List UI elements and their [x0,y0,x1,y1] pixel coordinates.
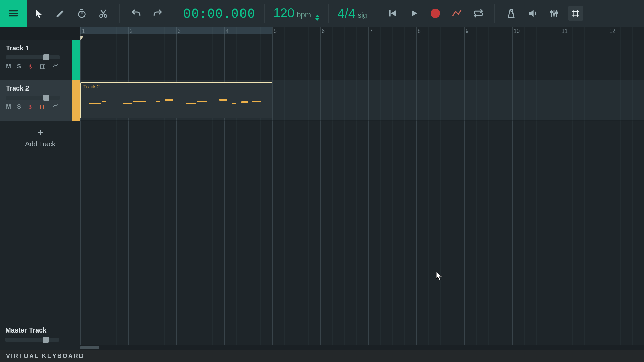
midi-clip[interactable]: Track 2 [80,82,272,118]
track-lane-2[interactable]: Track 2 [80,80,644,121]
mute-button[interactable]: M [6,103,11,110]
arrange-area[interactable]: 123456789101112 Track 2 [80,27,644,350]
playhead-marker[interactable] [80,36,83,40]
bpm-spinner[interactable] [315,15,320,21]
track-lane-1[interactable] [80,40,644,80]
slider-thumb[interactable] [43,54,49,60]
toolbar-separator [328,4,329,23]
master-volume-slider[interactable] [5,338,59,342]
toolbar-separator [494,4,495,23]
svg-rect-16 [553,14,555,15]
virtual-keyboard-label: VIRTUAL KEYBOARD [6,353,85,360]
automation-lane-button[interactable] [52,103,59,111]
plus-icon: + [37,127,44,138]
record-arm-button[interactable] [27,104,33,110]
mute-button[interactable]: M [6,63,11,70]
svg-rect-22 [30,64,31,67]
master-track-name: Master Track [5,326,75,334]
loop-button[interactable] [471,6,486,21]
record-arm-button[interactable] [27,64,33,70]
track-color-strip [72,40,80,80]
svg-rect-17 [556,12,557,13]
piano-roll-button[interactable] [39,104,46,110]
track-lanes[interactable]: Track 2 [80,40,644,350]
slider-thumb[interactable] [43,95,49,101]
piano-roll-button[interactable] [39,64,46,70]
automation-lane-button[interactable] [52,63,59,70]
stopwatch-tool-button[interactable] [74,6,89,21]
mixer-button[interactable] [547,6,561,21]
menu-button[interactable] [0,0,27,27]
pencil-tool-button[interactable] [53,6,68,21]
svg-rect-26 [30,105,31,107]
toolbar-separator [376,4,376,23]
track-header-2[interactable]: Track 2 M S [0,80,80,121]
track-color-strip [72,80,80,121]
svg-rect-15 [550,11,552,12]
svg-rect-10 [389,10,391,17]
redo-button[interactable] [150,6,165,21]
record-button[interactable] [428,6,443,21]
master-volume-button[interactable] [525,6,540,21]
bpm-display[interactable]: 120 bpm [273,6,320,21]
toolbar-separator [264,4,265,23]
bpm-value: 120 [273,6,294,20]
cut-tool-button[interactable] [96,6,111,21]
rewind-button[interactable] [385,6,400,21]
time-signature-display[interactable]: 4/4 sig [338,6,367,21]
clip-label: Track 2 [83,84,100,89]
track-header-1[interactable]: Track 1 M S [0,40,80,80]
horizontal-scrollbar[interactable] [80,345,644,350]
svg-rect-27 [40,105,45,109]
timeline-ruler[interactable]: 123456789101112 [80,27,644,40]
sig-value: 4/4 [338,6,356,21]
time-display[interactable]: 00:00.000 [183,6,255,21]
grid-snap-button[interactable] [568,6,583,21]
track-name: Track 1 [6,44,75,52]
record-icon [431,9,440,18]
undo-button[interactable] [129,6,144,21]
track-sidebar: Track 1 M S [0,27,80,350]
play-button[interactable] [407,6,421,21]
metronome-button[interactable] [504,6,519,21]
track-volume-slider[interactable] [6,96,60,100]
toolbar-separator [174,4,174,23]
svg-rect-23 [40,65,45,69]
loop-region[interactable] [80,27,272,34]
track-name: Track 2 [6,84,75,92]
toolbar-separator [119,4,120,23]
solo-button[interactable]: S [17,63,21,70]
scrollbar-thumb[interactable] [80,346,99,349]
add-track-label: Add Track [25,140,55,148]
solo-button[interactable]: S [17,103,21,110]
toolbar: 00:00.000 120 bpm 4/4 sig [0,0,644,27]
master-track-header[interactable]: Master Track [0,323,80,350]
add-track-button[interactable]: + Add Track [0,121,80,154]
virtual-keyboard-panel[interactable]: VIRTUAL KEYBOARD [0,350,644,362]
bpm-unit: bpm [297,11,311,19]
cursor-tool-button[interactable] [32,6,46,21]
sig-unit: sig [358,11,367,20]
slider-thumb[interactable] [43,337,49,343]
automation-button[interactable] [449,6,464,21]
track-volume-slider[interactable] [6,55,60,59]
